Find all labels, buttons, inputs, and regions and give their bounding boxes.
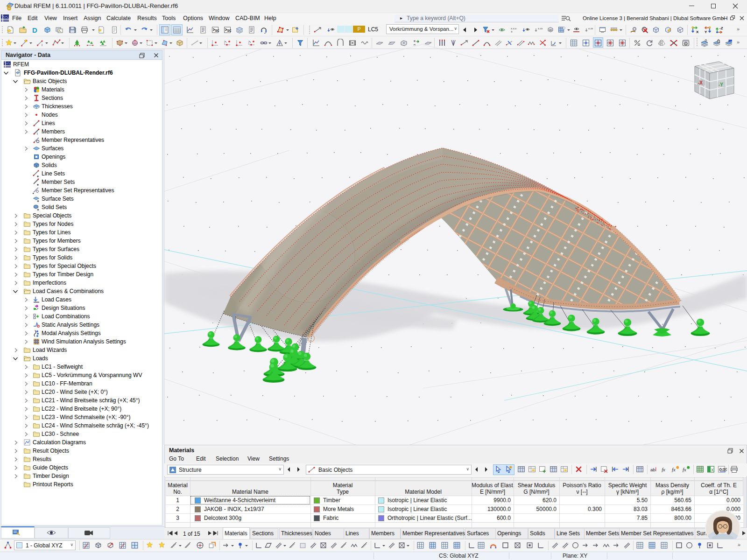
svg-text:-Y: -Y bbox=[719, 82, 723, 87]
svg-text:-X: -X bbox=[698, 80, 703, 85]
svg-text:fx: fx bbox=[672, 467, 676, 472]
svg-text:ab: ab bbox=[650, 467, 655, 472]
svg-text:fx: fx bbox=[662, 467, 665, 472]
svg-text:0.00: 0.00 bbox=[719, 467, 727, 472]
svg-text:X: X bbox=[711, 468, 714, 472]
svg-text:fx: fx bbox=[683, 467, 686, 472]
